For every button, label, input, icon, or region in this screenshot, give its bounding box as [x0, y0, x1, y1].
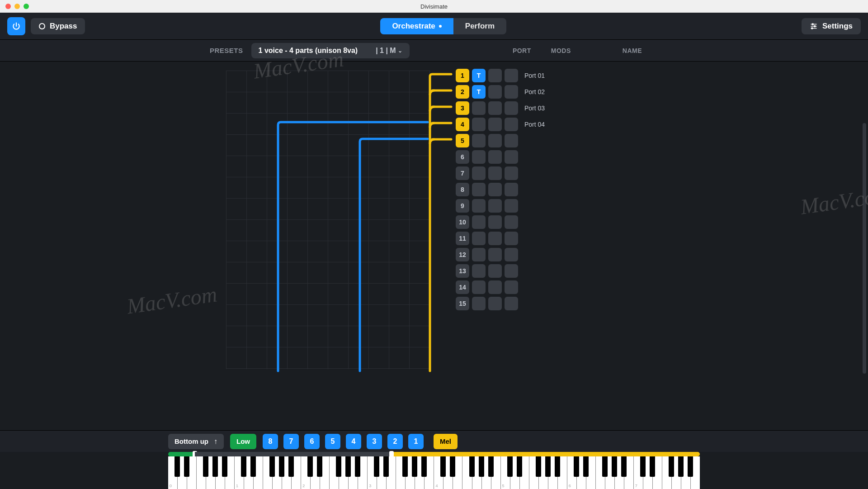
black-key[interactable]: [479, 456, 484, 477]
white-key[interactable]: 2: [301, 456, 311, 489]
white-key[interactable]: 4: [434, 456, 443, 489]
port-number-button[interactable]: 8: [456, 183, 469, 196]
white-key[interactable]: [396, 456, 406, 489]
mel-button[interactable]: Mel: [434, 434, 458, 449]
mod-slot[interactable]: [472, 264, 486, 278]
black-key[interactable]: [440, 456, 446, 477]
black-key[interactable]: [536, 456, 541, 477]
port-number-button[interactable]: 14: [456, 280, 469, 294]
mod-slot[interactable]: [505, 183, 518, 196]
port-number-button[interactable]: 6: [456, 150, 469, 164]
black-key[interactable]: [612, 456, 617, 477]
black-key[interactable]: [583, 456, 589, 477]
black-key[interactable]: [402, 456, 408, 477]
mod-slot[interactable]: [472, 232, 486, 245]
white-key[interactable]: [529, 456, 539, 489]
bypass-button[interactable]: Bypass: [31, 18, 85, 34]
white-key[interactable]: 3: [368, 456, 377, 489]
black-key[interactable]: [288, 456, 294, 477]
port-number-button[interactable]: 1: [456, 69, 469, 82]
mod-slot[interactable]: [472, 150, 486, 164]
mod-slot[interactable]: [488, 215, 502, 229]
black-key[interactable]: [374, 456, 379, 477]
white-key[interactable]: [662, 456, 672, 489]
black-key[interactable]: [678, 456, 684, 477]
mod-slot[interactable]: [488, 248, 502, 261]
port-number-button[interactable]: 13: [456, 264, 469, 278]
mod-slot[interactable]: [488, 118, 502, 131]
mod-slot[interactable]: T: [472, 69, 486, 82]
black-key[interactable]: [555, 456, 560, 477]
mod-slot[interactable]: [505, 297, 518, 310]
black-key[interactable]: [574, 456, 579, 477]
mod-slot[interactable]: [472, 118, 486, 131]
port-number-button[interactable]: 4: [456, 118, 469, 131]
port-number-button[interactable]: 2: [456, 85, 469, 99]
white-key[interactable]: [462, 456, 472, 489]
white-key[interactable]: 7: [634, 456, 643, 489]
low-button[interactable]: Low: [230, 434, 256, 449]
black-key[interactable]: [488, 456, 494, 477]
black-key[interactable]: [269, 456, 275, 477]
voice-button[interactable]: 4: [346, 434, 361, 449]
black-key[interactable]: [212, 456, 218, 477]
mod-slot[interactable]: [472, 297, 486, 310]
black-key[interactable]: [383, 456, 389, 477]
mod-slot[interactable]: [505, 118, 518, 131]
voice-button[interactable]: 3: [367, 434, 382, 449]
black-key[interactable]: [517, 456, 522, 477]
black-key[interactable]: [175, 456, 180, 477]
maximize-window-button[interactable]: [24, 4, 29, 9]
voice-button[interactable]: 1: [408, 434, 424, 449]
white-key[interactable]: [596, 456, 605, 489]
white-key[interactable]: [197, 456, 206, 489]
black-key[interactable]: [317, 456, 322, 477]
black-key[interactable]: [345, 456, 351, 477]
mod-slot[interactable]: [505, 248, 518, 261]
white-key[interactable]: 5: [501, 456, 510, 489]
mod-slot[interactable]: [505, 134, 518, 147]
black-key[interactable]: [355, 456, 360, 477]
white-key[interactable]: [263, 456, 273, 489]
mod-slot[interactable]: [488, 166, 502, 180]
power-button[interactable]: [7, 17, 25, 35]
mod-slot[interactable]: [505, 85, 518, 99]
tab-orchestrate[interactable]: Orchestrate: [380, 18, 453, 34]
settings-button[interactable]: Settings: [802, 18, 861, 34]
black-key[interactable]: [241, 456, 246, 477]
bottom-up-button[interactable]: Bottom up ↑: [168, 434, 224, 449]
port-number-button[interactable]: 15: [456, 297, 469, 310]
routing-grid[interactable]: [226, 71, 429, 369]
mod-slot[interactable]: [472, 215, 486, 229]
voice-button[interactable]: 5: [325, 434, 340, 449]
black-key[interactable]: [279, 456, 284, 477]
mod-slot[interactable]: [472, 166, 486, 180]
black-key[interactable]: [222, 456, 227, 477]
mod-slot[interactable]: [505, 150, 518, 164]
piano-keyboard[interactable]: 01234567: [168, 456, 700, 489]
mod-slot[interactable]: [505, 166, 518, 180]
black-key[interactable]: [469, 456, 475, 477]
white-key[interactable]: [330, 456, 339, 489]
preset-selector[interactable]: 1 voice - 4 parts (unison 8va) | 1 | M ⌄: [251, 43, 410, 58]
mod-slot[interactable]: [472, 134, 486, 147]
voice-button[interactable]: 7: [283, 434, 299, 449]
mod-slot[interactable]: [488, 101, 502, 115]
black-key[interactable]: [669, 456, 674, 477]
black-key[interactable]: [545, 456, 551, 477]
port-number-button[interactable]: 10: [456, 215, 469, 229]
mod-slot[interactable]: [488, 183, 502, 196]
voice-button[interactable]: 8: [263, 434, 278, 449]
mod-slot[interactable]: [488, 69, 502, 82]
keyboard-range-bar[interactable]: [168, 452, 700, 456]
white-key[interactable]: 0: [168, 456, 178, 489]
black-key[interactable]: [450, 456, 455, 477]
port-number-button[interactable]: 9: [456, 199, 469, 213]
black-key[interactable]: [203, 456, 208, 477]
port-number-button[interactable]: 3: [456, 101, 469, 115]
mod-slot[interactable]: [488, 264, 502, 278]
black-key[interactable]: [688, 456, 693, 477]
port-number-button[interactable]: 5: [456, 134, 469, 147]
black-key[interactable]: [602, 456, 608, 477]
voice-button[interactable]: 2: [387, 434, 403, 449]
